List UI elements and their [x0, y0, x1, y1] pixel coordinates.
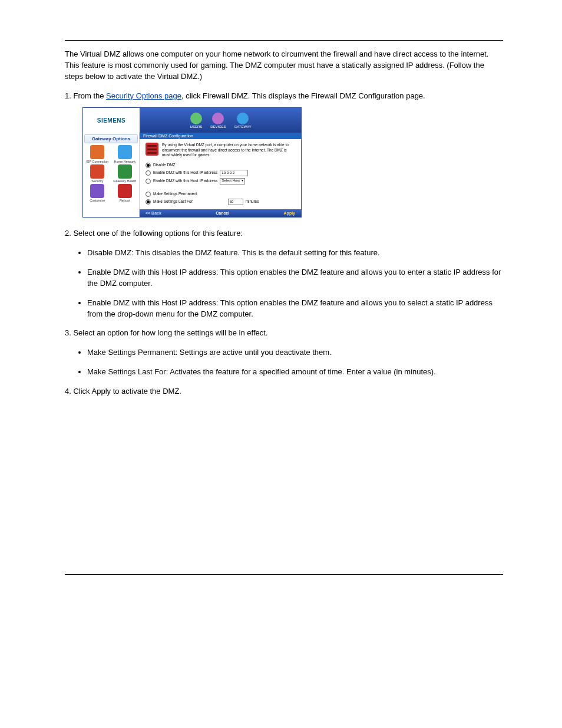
opt-enable-ip-label: Enable DMZ with this Host IP address	[153, 170, 217, 175]
apply-button[interactable]: Apply	[284, 211, 295, 215]
top-nav: USERS DEVICES GATEWAY	[140, 108, 301, 133]
footer-rule	[65, 574, 503, 575]
nav-users[interactable]: USERS	[190, 113, 203, 129]
step-1: 1. From the Security Options page, click…	[65, 91, 503, 102]
gateway-icon	[237, 113, 249, 124]
dmz-option-list: Disable DMZ: This disables the DMZ featu…	[65, 248, 503, 319]
security-icon	[90, 164, 104, 179]
radio-icon	[146, 170, 151, 176]
opt-enable-host-label: Enable DMZ with this Host IP address	[153, 179, 217, 183]
list-item: Make Settings Last For: Activates the fe…	[87, 367, 503, 378]
list-item: Enable DMZ with this Host IP address: Th…	[87, 267, 503, 289]
pane-intro-text: By using the Virtual DMZ port, a compute…	[162, 143, 295, 157]
health-icon	[118, 164, 132, 179]
list-item: Make Settings Permanent: Settings are ac…	[87, 347, 503, 358]
radio-icon	[146, 199, 151, 205]
reboot-icon	[118, 184, 132, 198]
firewall-dmz-screenshot: SIEMENS USERS DEVICES GATEWAY Gateway Op…	[82, 107, 302, 218]
opt-disable-label: Disable DMZ	[153, 163, 176, 167]
opt-enable-host[interactable]: Enable DMZ with this Host IP address Sel…	[146, 178, 295, 185]
gw-reboot[interactable]: Reboot	[112, 184, 138, 202]
nav-devices-label: DEVICES	[210, 125, 226, 129]
gw-home-label: Home Network	[114, 160, 135, 163]
list-item: Disable DMZ: This disables the DMZ featu…	[87, 248, 503, 259]
nav-gateway[interactable]: GATEWAY	[234, 113, 252, 129]
sidebar-title: Gateway Options	[84, 134, 138, 143]
opt-permanent[interactable]: Make Settings Permanent	[146, 192, 295, 197]
isp-icon	[90, 145, 104, 159]
gw-security[interactable]: Security	[84, 164, 111, 183]
back-button[interactable]: << Back	[146, 211, 161, 215]
nav-gateway-label: GATEWAY	[234, 125, 252, 129]
step1-prefix: 1. From the	[65, 91, 106, 100]
list-item: Enable DMZ with this Host IP address: Th…	[87, 298, 503, 320]
gw-health[interactable]: Gateway Health	[112, 164, 138, 183]
radio-icon	[146, 179, 151, 184]
nav-users-label: USERS	[190, 125, 203, 129]
opt-disable-dmz[interactable]: Disable DMZ	[146, 163, 295, 168]
step-2: 2. Select one of the following options f…	[65, 228, 503, 239]
dmz-host-select[interactable]: Select Host	[220, 178, 245, 185]
radio-icon	[146, 163, 151, 168]
gw-health-label: Gateway Health	[113, 179, 136, 183]
opt-lastfor-label: Make Settings Last For:	[153, 199, 194, 204]
nav-devices[interactable]: DEVICES	[210, 113, 226, 129]
opt-enable-ip[interactable]: Enable DMZ with this Host IP address 10.…	[146, 170, 295, 176]
firewall-icon	[146, 143, 158, 156]
step1-suffix: , click Firewall DMZ. This displays the …	[181, 91, 425, 100]
brand-logo: SIEMENS	[83, 108, 140, 133]
gw-security-label: Security	[91, 179, 103, 183]
duration-option-list: Make Settings Permanent: Settings are ac…	[65, 347, 503, 378]
devices-icon	[212, 113, 224, 124]
step-4: 4. Click Apply to activate the DMZ.	[65, 386, 503, 397]
opt-lastfor[interactable]: Make Settings Last For: 60 minutes	[146, 199, 295, 205]
minutes-input[interactable]: 60	[228, 199, 243, 205]
gateway-options-sidebar: Gateway Options ISP Connection Home Netw…	[83, 133, 140, 217]
home-network-icon	[118, 145, 132, 159]
gw-isp-label: ISP Connection	[86, 160, 108, 163]
dmz-ip-input[interactable]: 10.0.0.2	[220, 170, 248, 176]
security-options-link[interactable]: Security Options page	[106, 91, 181, 100]
gw-reboot-label: Reboot	[120, 199, 130, 202]
gw-customize[interactable]: Customize	[84, 184, 111, 202]
action-bar: << Back Cancel Apply	[140, 209, 301, 218]
pane-title: Firewall DMZ Configuration	[140, 133, 301, 139]
radio-icon	[146, 192, 151, 197]
users-icon	[190, 113, 202, 124]
header-rule	[65, 40, 503, 41]
intro-paragraph: The Virtual DMZ allows one computer on y…	[65, 49, 503, 83]
opt-permanent-label: Make Settings Permanent	[153, 192, 197, 196]
gw-isp-connection[interactable]: ISP Connection	[84, 145, 111, 163]
step-3: 3. Select an option for how long the set…	[65, 328, 503, 339]
customize-icon	[90, 184, 104, 198]
cancel-button[interactable]: Cancel	[216, 211, 229, 215]
minutes-unit: minutes	[246, 199, 259, 204]
gw-customize-label: Customize	[90, 199, 105, 202]
gw-home-network[interactable]: Home Network	[112, 145, 138, 163]
